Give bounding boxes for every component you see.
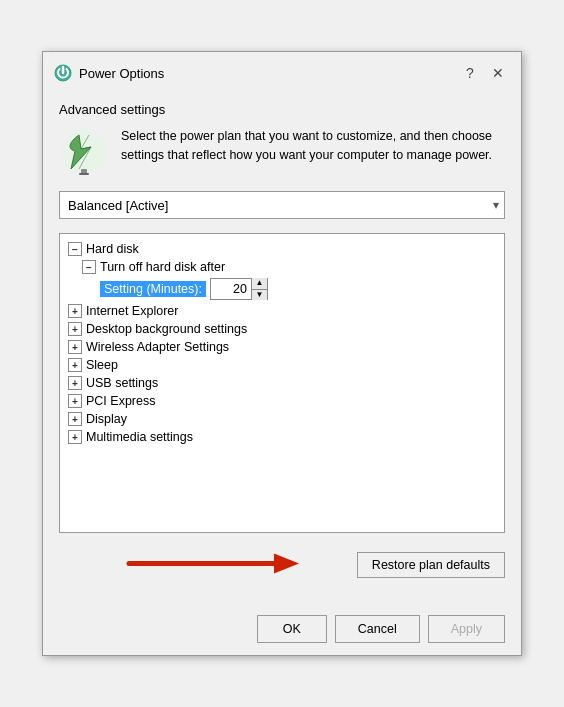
expander-ie[interactable]: + xyxy=(68,304,82,318)
footer-buttons: OK Cancel Apply xyxy=(43,605,521,655)
expander-usb[interactable]: + xyxy=(68,376,82,390)
svg-rect-3 xyxy=(79,173,89,175)
settings-tree: − Hard disk − Turn off hard disk after S… xyxy=(59,233,505,533)
section-title: Advanced settings xyxy=(59,102,505,117)
tree-label-pci: PCI Express xyxy=(86,394,155,408)
tree-item-sleep[interactable]: + Sleep xyxy=(64,356,500,374)
cancel-button[interactable]: Cancel xyxy=(335,615,420,643)
tree-item-display[interactable]: + Display xyxy=(64,410,500,428)
tree-label-turn-off-hd: Turn off hard disk after xyxy=(100,260,225,274)
tree-item-turn-off-hd[interactable]: − Turn off hard disk after xyxy=(64,258,500,276)
tree-item-pci[interactable]: + PCI Express xyxy=(64,392,500,410)
ok-button[interactable]: OK xyxy=(257,615,327,643)
tree-item-multimedia[interactable]: + Multimedia settings xyxy=(64,428,500,446)
tree-label-hard-disk: Hard disk xyxy=(86,242,139,256)
restore-area: Restore plan defaults xyxy=(59,545,505,585)
tree-label-display: Display xyxy=(86,412,127,426)
tree-item-desktop-bg[interactable]: + Desktop background settings xyxy=(64,320,500,338)
window-title: Power Options xyxy=(79,66,457,81)
setting-input-wrapper[interactable]: ▲ ▼ xyxy=(210,278,268,300)
spinner-down-button[interactable]: ▼ xyxy=(252,290,267,301)
power-plan-icon xyxy=(59,127,109,177)
expander-pci[interactable]: + xyxy=(68,394,82,408)
tree-label-ie: Internet Explorer xyxy=(86,304,178,318)
setting-input-value[interactable] xyxy=(211,279,251,299)
power-options-dialog: Power Options ? ✕ Advanced settings Se xyxy=(42,51,522,656)
description-area: Select the power plan that you want to c… xyxy=(59,127,505,177)
expander-display[interactable]: + xyxy=(68,412,82,426)
expander-hard-disk[interactable]: − xyxy=(68,242,82,256)
tree-item-usb[interactable]: + USB settings xyxy=(64,374,500,392)
tree-label-wireless: Wireless Adapter Settings xyxy=(86,340,229,354)
title-bar-controls: ? ✕ xyxy=(457,60,511,86)
tree-label-usb: USB settings xyxy=(86,376,158,390)
description-text: Select the power plan that you want to c… xyxy=(121,127,505,165)
svg-marker-5 xyxy=(274,554,299,574)
window-icon xyxy=(53,63,73,83)
tree-item-ie[interactable]: + Internet Explorer xyxy=(64,302,500,320)
tree-label-multimedia: Multimedia settings xyxy=(86,430,193,444)
title-bar: Power Options ? ✕ xyxy=(43,52,521,92)
apply-button[interactable]: Apply xyxy=(428,615,505,643)
tree-label-desktop-bg: Desktop background settings xyxy=(86,322,247,336)
tree-item-hard-disk[interactable]: − Hard disk xyxy=(64,240,500,258)
dialog-body: Advanced settings Select the power plan … xyxy=(43,92,521,605)
help-button[interactable]: ? xyxy=(457,60,483,86)
expander-wireless[interactable]: + xyxy=(68,340,82,354)
close-button[interactable]: ✕ xyxy=(485,60,511,86)
expander-desktop-bg[interactable]: + xyxy=(68,322,82,336)
expander-turn-off-hd[interactable]: − xyxy=(82,260,96,274)
setting-label-minutes: Setting (Minutes): xyxy=(100,281,206,297)
setting-row-minutes: Setting (Minutes): ▲ ▼ xyxy=(64,276,500,302)
red-arrow xyxy=(119,546,309,585)
restore-plan-defaults-button[interactable]: Restore plan defaults xyxy=(357,552,505,578)
plan-dropdown-wrapper[interactable]: Balanced [Active] Power saver High perfo… xyxy=(59,191,505,219)
tree-label-sleep: Sleep xyxy=(86,358,118,372)
expander-multimedia[interactable]: + xyxy=(68,430,82,444)
spinner-up-button[interactable]: ▲ xyxy=(252,278,267,290)
expander-sleep[interactable]: + xyxy=(68,358,82,372)
tree-item-wireless[interactable]: + Wireless Adapter Settings xyxy=(64,338,500,356)
spinner-buttons: ▲ ▼ xyxy=(251,278,267,300)
plan-dropdown[interactable]: Balanced [Active] Power saver High perfo… xyxy=(59,191,505,219)
